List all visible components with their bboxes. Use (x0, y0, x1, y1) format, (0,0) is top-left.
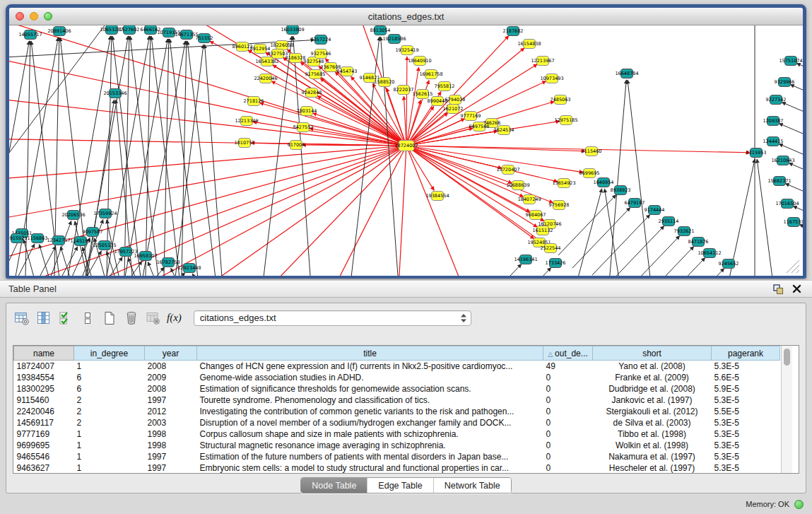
graph-node[interactable]: 1810755 (235, 139, 255, 148)
table-scrollbar[interactable] (781, 346, 792, 473)
graph-node[interactable]: 1640954 (594, 178, 614, 187)
graph-node[interactable]: 6497568 (469, 122, 490, 132)
graph-node[interactable]: 14055717 (18, 30, 42, 40)
graph-node[interactable]: 14196141 (514, 255, 537, 264)
float-panel-icon[interactable] (771, 283, 785, 296)
graph-node[interactable]: 7932621 (674, 227, 695, 236)
table-row[interactable]: 969969511998Structural magnetic resonanc… (14, 440, 780, 451)
graph-edge[interactable] (313, 113, 406, 146)
graph-node[interactable]: 8215953 (746, 148, 767, 158)
graph-node[interactable]: 12342757 (47, 236, 70, 245)
graph-node[interactable]: 12213349 (235, 117, 258, 126)
graph-node[interactable]: 12213967 (531, 57, 554, 66)
graph-node[interactable]: 9245652 (719, 259, 739, 269)
graph-edge[interactable] (724, 159, 755, 276)
node-table[interactable]: namein_degreeyeartitle△out_de...shortpag… (13, 346, 780, 474)
close-window-icon[interactable] (16, 12, 24, 21)
graph-node[interactable]: 8222037 (394, 86, 414, 95)
graph-edge[interactable] (406, 146, 512, 183)
graph-node[interactable]: 9756928 (549, 201, 570, 210)
minimize-window-icon[interactable] (30, 12, 38, 21)
graph-node[interactable]: 9115460 (582, 147, 602, 156)
graph-edge[interactable] (799, 225, 803, 256)
graph-edge[interactable] (406, 146, 558, 182)
graph-edge[interactable] (9, 244, 35, 276)
row-height-button[interactable] (78, 309, 98, 327)
graph-edge[interactable] (381, 37, 400, 276)
graph-edge[interactable] (205, 45, 224, 276)
graph-node[interactable]: 16033809 (281, 25, 304, 35)
graph-edge[interactable] (628, 80, 654, 276)
function-builder-button[interactable]: f(x) (167, 312, 182, 324)
tab-edge-table[interactable]: Edge Table (367, 478, 433, 493)
graph-edge[interactable] (406, 146, 583, 173)
graph-node[interactable]: 9684067 (526, 211, 546, 220)
graph-edge[interactable] (257, 146, 406, 276)
graph-edge[interactable] (464, 264, 522, 276)
table-row[interactable]: 1456911722003Disruption of a novel membe… (14, 417, 780, 428)
graph-node[interactable]: 16958107 (134, 252, 157, 261)
graph-edge[interactable] (187, 41, 219, 276)
graph-node[interactable]: 12975185 (554, 116, 577, 125)
graph-node[interactable]: 9174444 (645, 206, 665, 215)
graph-node[interactable]: 10688639 (506, 181, 529, 190)
tab-node-table[interactable]: Node Table (301, 478, 367, 493)
column-header-name[interactable]: name (14, 346, 74, 361)
window-titlebar[interactable]: citations_edges.txt (9, 8, 803, 25)
graph-node[interactable]: 1615132 (533, 226, 553, 235)
graph-edge[interactable] (666, 269, 724, 276)
graph-node[interactable]: 16543382 (255, 57, 278, 66)
graph-node[interactable]: 16648784 (615, 69, 638, 78)
graph-node[interactable]: 22420046 (254, 74, 277, 83)
graph-edge[interactable] (493, 268, 551, 276)
graph-edge[interactable] (151, 36, 183, 276)
graph-node[interactable]: 18640910 (408, 57, 431, 66)
graph-node[interactable]: 19218586 (382, 35, 406, 44)
graph-node[interactable]: 1167533 (784, 218, 803, 227)
graph-node[interactable]: 20206536 (61, 211, 85, 220)
table-row[interactable]: 1830029562008Estimation of significance … (14, 383, 780, 395)
graph-node[interactable]: 1733426 (546, 259, 566, 268)
new-document-button[interactable] (100, 309, 119, 327)
graph-node[interactable]: 2935114 (659, 217, 679, 226)
graph-node[interactable]: 2718126 (244, 97, 264, 106)
table-row[interactable]: 977716911998Corpus callosum shape and si… (14, 428, 780, 440)
graph-node[interactable]: 3624534 (494, 126, 514, 135)
graph-node[interactable]: 20153346 (103, 89, 126, 98)
graph-node[interactable]: 2187682 (503, 27, 524, 36)
graph-edge[interactable] (398, 146, 406, 276)
column-header-year[interactable]: year (145, 346, 197, 361)
table-row[interactable]: 946554611997Estimation of the future num… (14, 451, 780, 462)
graph-edge[interactable] (572, 189, 602, 276)
graph-edge[interactable] (9, 239, 19, 276)
graph-node[interactable]: 8938923 (611, 186, 631, 195)
column-header-short[interactable]: short (593, 346, 712, 361)
table-chooser-dropdown[interactable]: citations_edges.txt (194, 310, 471, 326)
graph-node[interactable]: 1588520 (375, 78, 395, 87)
table-scrollbar-thumb[interactable] (784, 349, 790, 366)
delete-rows-button[interactable] (122, 309, 141, 327)
graph-edge[interactable] (406, 146, 434, 190)
node-table-area[interactable]: namein_degreeyeartitle△out_de...shortpag… (13, 345, 799, 474)
graph-edge[interactable] (327, 146, 406, 276)
graph-node[interactable]: 16782753 (156, 258, 180, 267)
tab-network-table[interactable]: Network Table (433, 478, 511, 493)
graph-edge[interactable] (790, 85, 803, 116)
graph-node[interactable]: 14671355 (175, 30, 198, 40)
graph-node[interactable]: 7955812 (435, 82, 455, 91)
graph-edge[interactable] (406, 57, 407, 146)
table-row[interactable]: 911546021997Tourette syndrome. Phenomeno… (14, 395, 780, 406)
graph-node[interactable]: 2522544 (541, 244, 561, 253)
graph-node[interactable]: 17359924 (93, 209, 117, 218)
memory-ok-icon[interactable] (794, 500, 804, 509)
table-settings-button[interactable] (12, 309, 32, 327)
graph-node[interactable]: 1562615 (413, 90, 433, 99)
graph-node[interactable]: 751552 (196, 34, 213, 43)
graph-edge[interactable] (604, 189, 623, 276)
graph-node[interactable]: 19325419 (395, 46, 418, 55)
graph-node[interactable]: 1527602 (119, 25, 140, 35)
graph-node[interactable]: 12923448 (177, 264, 201, 273)
graph-node[interactable]: 20891406 (47, 27, 71, 36)
graph-node[interactable]: 16961758 (419, 70, 442, 79)
graph-node[interactable]: 13654923 (552, 179, 575, 188)
